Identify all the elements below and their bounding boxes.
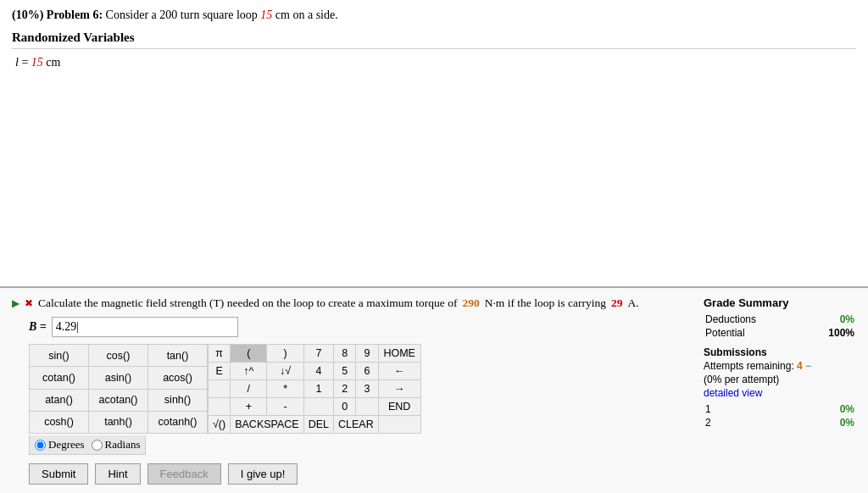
- btn-sqrt[interactable]: √(): [209, 416, 231, 434]
- btn-8[interactable]: 8: [334, 345, 356, 363]
- btn-3[interactable]: 3: [356, 380, 378, 398]
- btn-tan[interactable]: tan(): [148, 345, 208, 367]
- sub-row-2-num: 2: [704, 416, 754, 429]
- problem-left: ▶ ✖ Calculate the magnetic field strengt…: [12, 296, 695, 485]
- btn-backspace[interactable]: BACKSPACE: [231, 416, 304, 434]
- gear-icon: ✖: [25, 297, 33, 310]
- attempts-label: Attempts remaining:: [704, 360, 797, 372]
- variable-name: l: [15, 56, 19, 69]
- calc-wrapper: sin() cos() tan() cotan() asin() acos() …: [29, 344, 695, 434]
- submit-button[interactable]: Submit: [29, 463, 88, 485]
- btn-cotan[interactable]: cotan(): [30, 367, 89, 389]
- sub-row-1-num: 1: [704, 402, 754, 416]
- submissions-title: Submissions: [704, 346, 856, 358]
- variable-value: 15: [31, 56, 43, 69]
- btn-9[interactable]: 9: [356, 345, 378, 363]
- btn-empty2: [209, 398, 231, 416]
- btn-pi[interactable]: π: [209, 345, 231, 363]
- b-label: B =: [29, 320, 47, 334]
- btn-1[interactable]: 1: [303, 380, 333, 398]
- btn-e[interactable]: E: [209, 363, 231, 380]
- randomized-section: Randomized Variables l = 15 cm: [12, 30, 856, 69]
- calc-area: sin() cos() tan() cotan() asin() acos() …: [29, 344, 695, 455]
- degrees-text: Degrees: [48, 438, 85, 451]
- btn-left-arrow[interactable]: ←: [378, 363, 420, 380]
- potential-val: 100%: [803, 326, 856, 340]
- btn-acos[interactable]: acos(): [148, 367, 208, 389]
- btn-down-sqrt[interactable]: ↓√: [267, 363, 303, 380]
- current-val: 29: [611, 296, 623, 310]
- btn-empty5: [378, 416, 420, 434]
- problem-highlight1: 15: [260, 8, 272, 21]
- problem-number: (10%) Problem 6:: [12, 8, 103, 21]
- give-up-button[interactable]: I give up!: [228, 463, 298, 485]
- problem-desc-start: Consider a 200 turn square loop: [106, 8, 261, 21]
- arrow-icon: ▶: [12, 297, 19, 310]
- btn-clear[interactable]: CLEAR: [334, 416, 379, 434]
- btn-cotanh[interactable]: cotanh(): [148, 411, 208, 433]
- problem-desc-end: cm on a side.: [272, 8, 337, 21]
- btn-multiply[interactable]: *: [267, 380, 303, 398]
- problem-header: (10%) Problem 6: Consider a 200 turn squ…: [12, 8, 856, 22]
- btn-acotan[interactable]: acotan(): [89, 389, 148, 411]
- btn-open-paren[interactable]: (: [231, 345, 267, 363]
- b-input-row: B =: [29, 317, 695, 337]
- potential-label: Potential: [704, 326, 803, 340]
- btn-home[interactable]: HOME: [378, 345, 420, 363]
- radians-label[interactable]: Radians: [92, 438, 141, 451]
- hint-button[interactable]: Hint: [95, 463, 140, 485]
- degrees-radio[interactable]: [35, 440, 46, 451]
- degree-radians-row: Degrees Radians: [29, 435, 146, 455]
- btn-plus[interactable]: +: [231, 398, 267, 416]
- attempts-val: 4: [797, 360, 803, 372]
- main-content: (10%) Problem 6: Consider a 200 turn squ…: [0, 0, 868, 69]
- btn-2[interactable]: 2: [334, 380, 356, 398]
- radians-text: Radians: [105, 438, 141, 451]
- detailed-view-link[interactable]: detailed view: [704, 387, 856, 399]
- btn-sin[interactable]: sin(): [30, 345, 89, 367]
- divider: [12, 48, 856, 49]
- randomized-title: Randomized Variables: [12, 30, 856, 45]
- btn-atan[interactable]: atan(): [30, 389, 89, 411]
- statement-end: A.: [627, 296, 638, 310]
- degrees-label[interactable]: Degrees: [35, 438, 85, 451]
- btn-6[interactable]: 6: [356, 363, 378, 380]
- problem-statement: ▶ ✖ Calculate the magnetic field strengt…: [12, 296, 695, 310]
- radians-radio[interactable]: [92, 440, 103, 451]
- btn-sinh[interactable]: sinh(): [148, 389, 208, 411]
- btn-cosh[interactable]: cosh(): [30, 411, 89, 433]
- btn-divide[interactable]: /: [231, 380, 267, 398]
- btn-up-exp[interactable]: ↑^: [231, 363, 267, 380]
- btn-4[interactable]: 4: [303, 363, 333, 380]
- btn-end[interactable]: END: [378, 398, 420, 416]
- problem-area: ▶ ✖ Calculate the magnetic field strengt…: [0, 286, 868, 493]
- btn-empty1: [209, 380, 231, 398]
- btn-cos[interactable]: cos(): [89, 345, 148, 367]
- sub-row-1-val: 0%: [754, 402, 856, 416]
- func-table: sin() cos() tan() cotan() asin() acos() …: [29, 344, 208, 434]
- grade-table: Deductions 0% Potential 100%: [704, 313, 856, 340]
- btn-5[interactable]: 5: [334, 363, 356, 380]
- variable-unit: cm: [43, 56, 61, 69]
- problem-row: ▶ ✖ Calculate the magnetic field strengt…: [12, 296, 856, 485]
- statement-start: Calculate the magnetic field strength (T…: [38, 296, 457, 310]
- btn-close-paren[interactable]: ): [267, 345, 303, 363]
- btn-right-arrow[interactable]: →: [378, 380, 420, 398]
- btn-7[interactable]: 7: [303, 345, 333, 363]
- btn-0[interactable]: 0: [334, 398, 356, 416]
- deductions-val: 0%: [803, 313, 856, 326]
- numpad-table: π ( ) 7 8 9 HOME E ↑^ ↓√ 4: [208, 344, 421, 434]
- feedback-button[interactable]: Feedback: [147, 463, 221, 485]
- variable-equals: =: [21, 56, 31, 69]
- per-attempt-line: (0% per attempt): [704, 374, 856, 385]
- attempts-line: Attempts remaining: 4 −: [704, 360, 856, 372]
- grade-title: Grade Summary: [704, 296, 856, 309]
- b-input[interactable]: [52, 317, 238, 337]
- btn-del[interactable]: DEL: [303, 416, 333, 434]
- btn-asin[interactable]: asin(): [89, 367, 148, 389]
- minus-button[interactable]: −: [805, 360, 811, 372]
- btn-tanh[interactable]: tanh(): [89, 411, 148, 433]
- btn-minus[interactable]: -: [267, 398, 303, 416]
- variable-line: l = 15 cm: [15, 56, 856, 69]
- deductions-label: Deductions: [704, 313, 803, 326]
